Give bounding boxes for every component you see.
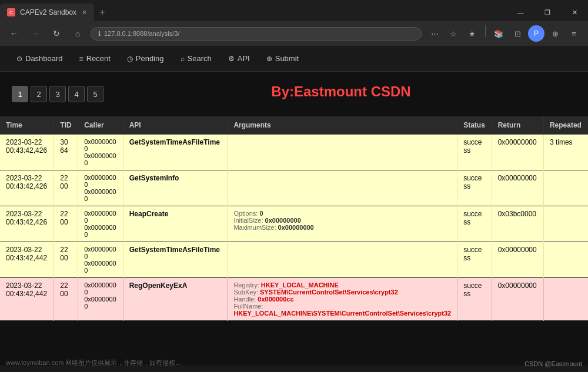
- main-content: 1 2 3 4 5 By:Eastmount CSDN Time TID Cal…: [0, 72, 588, 366]
- cell-repeated: [543, 278, 588, 321]
- reading-list-button[interactable]: 📚: [490, 25, 507, 42]
- collections-button[interactable]: ⊡: [509, 25, 526, 42]
- home-button[interactable]: ⌂: [69, 25, 86, 42]
- th-api: API: [123, 116, 228, 135]
- nav-recent-label: Recent: [86, 54, 111, 63]
- tab-title: CAPEv2 Sandbox: [20, 8, 77, 16]
- cell-tid: 22 00: [54, 242, 78, 278]
- cell-repeated: [543, 170, 588, 206]
- minimize-button[interactable]: —: [507, 4, 534, 21]
- star-button[interactable]: ★: [464, 25, 480, 42]
- favorites-button[interactable]: ☆: [445, 25, 462, 42]
- close-button[interactable]: ✕: [561, 4, 588, 21]
- page-btn-3[interactable]: 3: [49, 86, 66, 102]
- dashboard-icon: ⊙: [16, 55, 22, 63]
- cell-time: 2023-03-22 00:43:42,426: [0, 206, 54, 242]
- cell-arguments: Registry: HKEY_LOCAL_MACHINESubKey: SYST…: [228, 278, 457, 321]
- nav-dashboard-label: Dashboard: [25, 54, 63, 63]
- toolbar-right: ⋯ ☆ ★ 📚 ⊡ P ⊕ ≡: [426, 25, 582, 42]
- pending-icon: ◷: [127, 55, 133, 63]
- address-bar: ← → ↻ ⌂ ℹ 127.0.0.1:8088/analysis/3/ ⋯ ☆…: [0, 21, 588, 46]
- th-time: Time: [0, 116, 54, 135]
- maximize-button[interactable]: ❐: [534, 4, 561, 21]
- cell-tid: 22 00: [54, 278, 78, 321]
- table-row: 2023-03-22 00:43:42,42622 000x0000000 0 …: [0, 170, 588, 206]
- cell-api: RegOpenKeyExA: [123, 278, 228, 321]
- reload-button[interactable]: ↻: [48, 25, 65, 42]
- profile-button[interactable]: P: [528, 25, 544, 42]
- page-btn-4[interactable]: 4: [68, 86, 85, 102]
- url-input[interactable]: ℹ 127.0.0.1:8088/analysis/3/: [91, 27, 422, 41]
- tab-close-button[interactable]: ✕: [82, 9, 87, 16]
- cell-status: succe ss: [457, 170, 492, 206]
- th-caller: Caller: [78, 116, 123, 135]
- cell-api: GetSystemTimeAsFileTime: [123, 242, 228, 278]
- table-header-row: Time TID Caller API Arguments Status Ret…: [0, 116, 588, 135]
- cell-time: 2023-03-22 00:43:42,442: [0, 278, 54, 321]
- active-tab[interactable]: C CAPEv2 Sandbox ✕: [0, 4, 94, 21]
- th-return: Return: [492, 116, 543, 135]
- cell-status: succe ss: [457, 278, 492, 321]
- cell-return: 0x00000000: [492, 278, 543, 321]
- nav-item-dashboard[interactable]: ⊙ Dashboard: [9, 51, 70, 66]
- tab-bar: C CAPEv2 Sandbox ✕ + — ❐ ✕: [0, 0, 588, 21]
- cell-arguments: [228, 135, 457, 170]
- nav-submit-label: Submit: [275, 54, 299, 63]
- search-icon: ⌕: [181, 55, 185, 63]
- cell-repeated: 3 times: [543, 135, 588, 170]
- table-row: 2023-03-22 00:43:42,44222 000x0000000 0 …: [0, 278, 588, 321]
- cell-caller: 0x0000000 0 0x0000000 0: [78, 206, 123, 242]
- watermark-left: www.toymoban.com 网络图片仅供展示，非存储，如有侵权...: [6, 358, 181, 366]
- cell-time: 2023-03-22 00:43:42,442: [0, 242, 54, 278]
- watermark-right: CSDN @Eastmount: [524, 360, 582, 366]
- nav-item-recent[interactable]: ≡ Recent: [72, 51, 118, 66]
- cell-return: 0x00000000: [492, 135, 543, 170]
- cell-time: 2023-03-22 00:43:42,426: [0, 170, 54, 206]
- api-icon: ⚙: [228, 55, 235, 63]
- cell-arguments: [228, 170, 457, 206]
- table-row: 2023-03-22 00:43:42,44222 000x0000000 0 …: [0, 242, 588, 278]
- nav-item-submit[interactable]: ⊕ Submit: [259, 51, 306, 66]
- extensions-button[interactable]: ⊕: [547, 25, 563, 42]
- cell-caller: 0x0000000 0 0x0000000 0: [78, 242, 123, 278]
- cell-status: succe ss: [457, 242, 492, 278]
- new-tab-button[interactable]: +: [94, 4, 111, 21]
- cell-arguments: [228, 242, 457, 278]
- cell-return: 0x00000000: [492, 170, 543, 206]
- page-btn-2[interactable]: 2: [31, 86, 47, 102]
- settings-button[interactable]: ≡: [566, 25, 582, 42]
- nav-search-label: Search: [188, 54, 212, 63]
- forward-button[interactable]: →: [27, 25, 44, 42]
- cell-arguments: Options: 0InitialSize: 0x00000000Maximum…: [228, 206, 457, 242]
- nav-item-api[interactable]: ⚙ API: [221, 51, 257, 66]
- cell-caller: 0x0000000 0 0x0000000 0: [78, 170, 123, 206]
- cell-return: 0x00000000: [492, 242, 543, 278]
- submit-icon: ⊕: [266, 55, 272, 63]
- cell-caller: 0x0000000 0 0x0000000 0: [78, 135, 123, 170]
- window-controls: — ❐ ✕: [507, 4, 588, 21]
- cell-caller: 0x0000000 0 0x0000000 0: [78, 278, 123, 321]
- cell-api: HeapCreate: [123, 206, 228, 242]
- page-btn-5[interactable]: 5: [87, 86, 103, 102]
- nav-item-pending[interactable]: ◷ Pending: [120, 51, 171, 66]
- cell-status: succe ss: [457, 135, 492, 170]
- th-tid: TID: [54, 116, 78, 135]
- recent-icon: ≡: [79, 55, 83, 63]
- cell-repeated: [543, 206, 588, 242]
- cell-tid: 22 00: [54, 170, 78, 206]
- back-button[interactable]: ←: [6, 25, 22, 42]
- nav-pending-label: Pending: [136, 54, 164, 63]
- url-text: 127.0.0.1:8088/analysis/3/: [104, 30, 179, 37]
- th-repeated: Repeated: [543, 116, 588, 135]
- page-btn-1[interactable]: 1: [12, 86, 28, 102]
- bookmarks-button[interactable]: ⋯: [426, 25, 443, 42]
- security-icon: ℹ: [98, 30, 101, 38]
- table-row: 2023-03-22 00:43:42,42630 640x0000000 0 …: [0, 135, 588, 170]
- cell-status: succe ss: [457, 206, 492, 242]
- browser-chrome: C CAPEv2 Sandbox ✕ + — ❐ ✕ ← → ↻ ⌂ ℹ 127…: [0, 0, 588, 46]
- cell-repeated: [543, 242, 588, 278]
- cell-api: GetSystemInfo: [123, 170, 228, 206]
- nav-item-search[interactable]: ⌕ Search: [173, 51, 219, 66]
- cell-tid: 22 00: [54, 206, 78, 242]
- cell-api: GetSystemTimeAsFileTime: [123, 135, 228, 170]
